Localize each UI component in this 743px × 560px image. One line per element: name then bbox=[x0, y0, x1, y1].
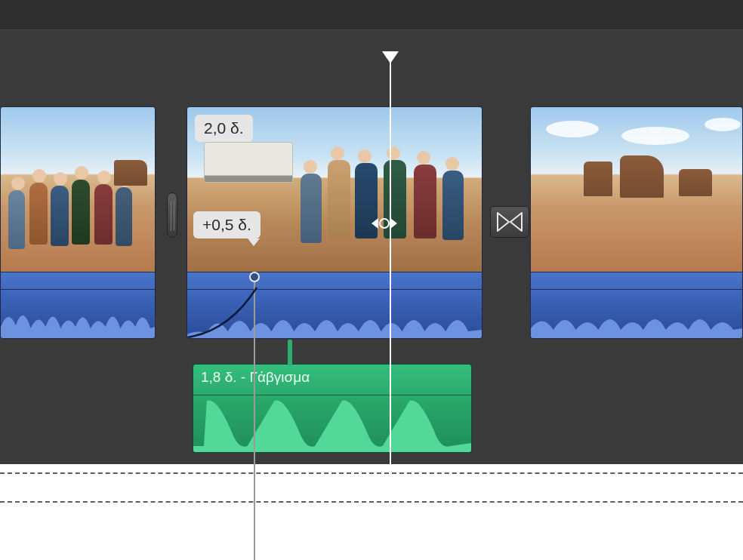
track-guide-1 bbox=[0, 472, 743, 474]
clip-1-thumbnail bbox=[1, 107, 155, 273]
video-clip-3[interactable] bbox=[530, 106, 743, 339]
sfx-connector bbox=[288, 340, 292, 365]
clip-3-waveform bbox=[531, 297, 742, 338]
playhead-indicator[interactable] bbox=[382, 51, 399, 63]
fade-offset-tooltip: +0,5 δ. bbox=[193, 211, 261, 238]
clip-3-audio[interactable] bbox=[531, 272, 742, 338]
timeline-toolbar bbox=[0, 0, 743, 30]
fade-offset-tooltip-tail bbox=[248, 238, 260, 246]
clip-2-audio[interactable] bbox=[187, 272, 482, 338]
video-clip-1[interactable] bbox=[0, 106, 156, 339]
bowtie-icon bbox=[497, 212, 523, 232]
sfx-waveform bbox=[193, 393, 471, 452]
sfx-clip-label: 1,8 δ. - Γάβγισμα bbox=[201, 369, 310, 386]
clip-1-audio[interactable] bbox=[1, 272, 155, 338]
transition-icon[interactable] bbox=[490, 206, 529, 238]
clip-edge-trim-handle[interactable] bbox=[167, 192, 177, 238]
audio-fade-in-curve bbox=[187, 272, 270, 339]
clip-1-waveform bbox=[1, 297, 155, 338]
audio-fade-in-handle[interactable] bbox=[249, 272, 260, 282]
clip-3-thumbnail bbox=[531, 107, 742, 273]
timeline[interactable]: 2,0 δ. +0,5 δ. bbox=[0, 0, 743, 464]
volume-keyframe-marker[interactable] bbox=[372, 218, 397, 229]
clip-duration-tooltip: 2,0 δ. bbox=[195, 115, 253, 142]
track-guide-2 bbox=[0, 501, 743, 503]
sound-effect-clip[interactable]: 1,8 δ. - Γάβγισμα bbox=[193, 364, 472, 453]
playhead-line[interactable] bbox=[390, 51, 391, 508]
